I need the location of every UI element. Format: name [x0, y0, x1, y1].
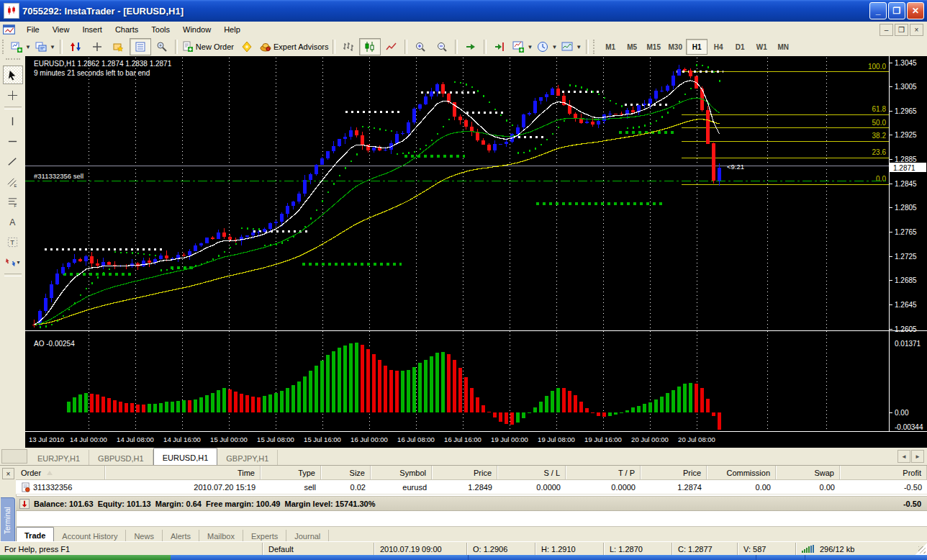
terminal-tabs: TradeAccount HistoryNewsAlertsMailboxExp… [16, 526, 927, 542]
indicators-button[interactable]: ▼ [510, 38, 535, 55]
text-icon: A [7, 217, 18, 227]
menu-tools[interactable]: Tools [145, 23, 176, 36]
templates-button[interactable]: ▼ [559, 38, 584, 55]
metaeditor-button[interactable] [236, 38, 258, 55]
mdi-close-button[interactable]: × [910, 24, 923, 36]
vertical-line-tool-button[interactable] [3, 112, 23, 130]
text-tool-button[interactable]: A [3, 212, 23, 231]
periods-button[interactable]: ▼ [535, 38, 559, 55]
column-header-order[interactable]: Order [16, 466, 105, 479]
chart-window-icon [3, 24, 16, 35]
terminal-tab-news[interactable]: News [126, 530, 163, 542]
chart-canvas[interactable]: 100.061.850.038.223.60.0#311332356 sell1… [25, 56, 927, 448]
timeframe-mn-button[interactable]: MN [772, 39, 794, 55]
tabs-scroll-right-button[interactable]: ► [911, 450, 924, 463]
channel-tool-button[interactable]: E [3, 172, 23, 191]
timeframe-m1-button[interactable]: M1 [600, 39, 621, 55]
new-chart-button[interactable]: ▼ [9, 38, 33, 55]
auto-scroll-button[interactable] [460, 38, 481, 55]
market-watch-icon [70, 41, 81, 53]
svg-text:0.0: 0.0 [876, 175, 886, 183]
column-header-price[interactable]: Price [641, 466, 707, 479]
bar-chart-button[interactable] [338, 38, 359, 55]
column-header-time[interactable]: Time [105, 466, 261, 479]
line-chart-button[interactable] [381, 38, 402, 55]
column-header-profit[interactable]: Profit [840, 466, 927, 479]
strategy-tester-button[interactable] [151, 38, 173, 55]
status-barinfo-0: 2010.07.19 09:00 [374, 543, 466, 555]
candlestick-button[interactable] [359, 38, 381, 55]
minimize-button[interactable]: _ [869, 2, 887, 19]
tabs-scroll-left-button[interactable]: ◄ [897, 450, 910, 463]
column-header-commission[interactable]: Commission [707, 466, 776, 479]
menu-view[interactable]: View [46, 23, 76, 36]
cursor-tool-button[interactable] [3, 66, 23, 84]
terminal-tab-journal[interactable]: Journal [286, 530, 329, 542]
text-label-tool-button[interactable]: T [3, 232, 23, 251]
status-profile[interactable]: Default [262, 543, 374, 555]
timeframe-h4-button[interactable]: H4 [707, 39, 729, 55]
svg-text:A: A [9, 217, 16, 227]
zoom-out-button[interactable] [431, 38, 453, 55]
arrows-tool-tool-button[interactable]: ▾ [3, 253, 23, 271]
mdi-restore-button[interactable]: ❐ [895, 24, 908, 36]
expert-advisors-button[interactable]: Expert Advisors [258, 38, 330, 55]
resize-grip[interactable] [915, 543, 927, 555]
terminal-tab-experts[interactable]: Experts [243, 530, 286, 542]
toolbar-separator [333, 40, 335, 54]
chart-tab-gbpjpy[interactable]: GBPJPY,H1 [217, 450, 278, 465]
column-header-symbol[interactable]: Symbol [371, 466, 432, 479]
menu-window[interactable]: Window [176, 23, 217, 36]
maximize-button[interactable]: ❐ [888, 2, 905, 19]
menu-file[interactable]: File [20, 23, 46, 36]
zoom-in-button[interactable] [410, 38, 431, 55]
terminal-tab-alerts[interactable]: Alerts [163, 530, 199, 542]
terminal-button[interactable] [130, 38, 151, 55]
new-order-button[interactable]: New Order [180, 38, 236, 55]
column-header-size[interactable]: Size [321, 466, 371, 479]
menu-insert[interactable]: Insert [76, 23, 109, 36]
status-barinfo-2: H: 1.2910 [535, 543, 603, 555]
terminal-tab-mailbox[interactable]: Mailbox [199, 530, 243, 542]
column-header-type[interactable]: Type [261, 466, 321, 479]
timeframe-w1-button[interactable]: W1 [751, 39, 772, 55]
timeframe-m5-button[interactable]: M5 [621, 39, 643, 55]
order-table-row[interactable]: 3113323562010.07.20 15:19sell0.02eurusd1… [16, 480, 927, 494]
terminal-body: OrderTimeTypeSizeSymbolPriceS / LT / PPr… [16, 466, 927, 542]
timeframe-m15-button[interactable]: M15 [643, 39, 664, 55]
svg-text:1.2645: 1.2645 [895, 301, 917, 309]
toolbar-separator [455, 40, 458, 54]
menu-help[interactable]: Help [217, 23, 247, 36]
mdi-minimize-button[interactable]: – [879, 24, 893, 36]
timeframe-m30-button[interactable]: M30 [664, 39, 686, 55]
terminal-tab-trade[interactable]: Trade [16, 527, 54, 542]
trendline-tool-button[interactable] [3, 152, 23, 171]
terminal-close-button[interactable]: × [2, 468, 14, 479]
window-title: 7055292: InstaTrader - [EURUSD,H1] [22, 6, 184, 17]
column-header-swap[interactable]: Swap [776, 466, 840, 479]
chart-tab-eurusd[interactable]: EURUSD,H1 [153, 448, 218, 465]
chart-shift-button[interactable] [489, 38, 510, 55]
start-button-sliver[interactable] [0, 555, 171, 560]
column-header-tp[interactable]: T / P [566, 466, 641, 479]
svg-text:14 Jul 16:00: 14 Jul 16:00 [163, 435, 201, 443]
toolbar-grip [593, 40, 597, 54]
menu-charts[interactable]: Charts [109, 23, 145, 36]
chart-tab-gbpusd[interactable]: GBPUSD,H1 [89, 450, 153, 465]
dropdown-arrow-icon: ▼ [527, 44, 533, 50]
timeframe-h1-button[interactable]: H1 [686, 39, 707, 55]
horizontal-line-tool-button[interactable] [3, 132, 23, 150]
crosshair-tool-button[interactable] [3, 86, 23, 104]
column-header-sl[interactable]: S / L [497, 466, 566, 479]
terminal-tab-account-history[interactable]: Account History [54, 530, 126, 542]
market-watch-button[interactable] [65, 38, 86, 55]
close-button[interactable]: ✕ [907, 2, 924, 19]
profiles-button[interactable]: ▼ [33, 38, 58, 55]
terminal-vertical-tab[interactable]: Terminal [1, 497, 15, 543]
fibonacci-tool-button[interactable]: F [3, 192, 23, 211]
chart-tab-eurjpy[interactable]: EURJPY,H1 [29, 450, 89, 465]
navigator-button[interactable] [108, 38, 130, 55]
timeframe-d1-button[interactable]: D1 [729, 39, 751, 55]
column-header-price[interactable]: Price [432, 466, 497, 479]
data-window-button[interactable] [86, 38, 108, 55]
